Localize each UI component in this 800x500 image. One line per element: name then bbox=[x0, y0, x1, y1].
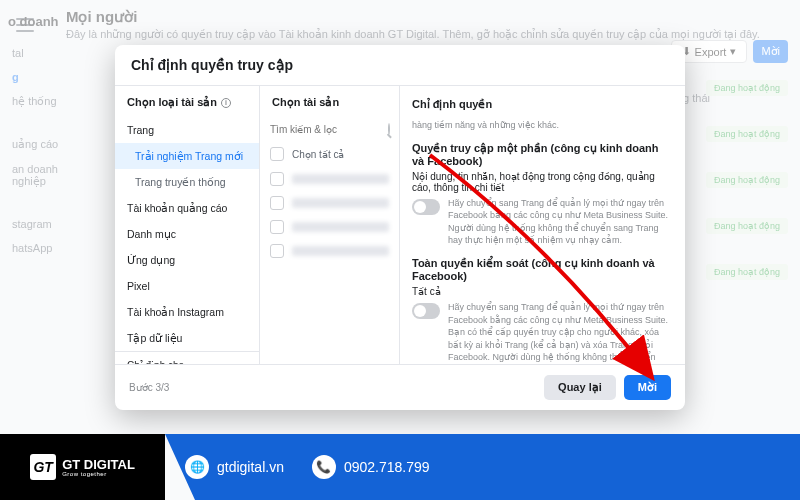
asset-type-item[interactable]: Tài khoản quảng cáo bbox=[115, 195, 259, 221]
phone-contact[interactable]: 📞 0902.718.799 bbox=[312, 455, 430, 479]
checkbox[interactable] bbox=[270, 147, 284, 161]
phone-icon: 📞 bbox=[312, 455, 336, 479]
globe-icon: 🌐 bbox=[185, 455, 209, 479]
asset-type-column: Chọn loại tài sảni Trang Trải nghiệm Tra… bbox=[115, 86, 260, 364]
toggle-switch[interactable] bbox=[412, 199, 440, 215]
asset-item bbox=[260, 167, 399, 191]
logo: GT GT DIGITAL Grow together bbox=[30, 454, 135, 480]
column-header: Chỉ định quyền bbox=[412, 94, 673, 119]
section-description: Hãy chuyển sang Trang để quản lý mọi thứ… bbox=[448, 301, 673, 364]
logo-tagline: Grow together bbox=[62, 471, 135, 477]
search-input[interactable] bbox=[270, 124, 382, 135]
select-all-row[interactable]: Chọn tất cả bbox=[260, 141, 399, 167]
modal-footer: Bước 3/3 Quay lại Mời bbox=[115, 364, 685, 410]
modal-header: Chỉ định quyền truy cập bbox=[115, 45, 685, 86]
permission-desc: hàng tiềm năng và những việc khác. bbox=[412, 119, 673, 132]
asset-item bbox=[260, 215, 399, 239]
brand-footer: GT GT DIGITAL Grow together 🌐 gtdigital.… bbox=[0, 434, 800, 500]
info-icon[interactable]: i bbox=[221, 98, 231, 108]
logo-text: GT DIGITAL bbox=[62, 458, 135, 471]
search-icon[interactable] bbox=[388, 123, 390, 135]
section-subtitle: Tất cả bbox=[412, 286, 673, 297]
partial-access-section: Quyền truy cập một phần (công cụ kinh do… bbox=[412, 142, 673, 247]
permissions-column: Chỉ định quyền hàng tiềm năng và những v… bbox=[400, 86, 685, 364]
asset-type-item[interactable]: Tài khoản Instagram bbox=[115, 299, 259, 325]
section-description: Hãy chuyển sang Trang để quản lý mọi thứ… bbox=[448, 197, 673, 247]
back-button[interactable]: Quay lại bbox=[544, 375, 616, 400]
asset-type-item[interactable]: Ứng dụng bbox=[115, 247, 259, 273]
website-contact[interactable]: 🌐 gtdigital.vn bbox=[185, 455, 284, 479]
modal-title: Chỉ định quyền truy cập bbox=[131, 57, 669, 73]
asset-item bbox=[260, 239, 399, 263]
assign-access-modal: Chỉ định quyền truy cập Chọn loại tài sả… bbox=[115, 45, 685, 410]
asset-type-item[interactable]: Trang bbox=[115, 117, 259, 143]
asset-item bbox=[260, 191, 399, 215]
column-header: Chọn tài sản bbox=[260, 86, 399, 117]
asset-type-item[interactable]: Trang truyền thống bbox=[115, 169, 259, 195]
section-subtitle: Nội dung, tin nhắn, hoạt động trong cộng… bbox=[412, 171, 673, 193]
asset-select-column: Chọn tài sản Chọn tất cả bbox=[260, 86, 400, 364]
asset-type-item[interactable]: Trải nghiệm Trang mới bbox=[115, 143, 259, 169]
select-all-label: Chọn tất cả bbox=[292, 149, 344, 160]
logo-icon: GT bbox=[30, 454, 56, 480]
search-row bbox=[260, 117, 399, 141]
section-title: Quyền truy cập một phần (công cụ kinh do… bbox=[412, 142, 673, 167]
asset-type-item[interactable]: Pixel bbox=[115, 273, 259, 299]
assign-to-box: Chỉ định cho @gmail.com Toàn quyền kiểm … bbox=[115, 351, 259, 364]
toggle-switch[interactable] bbox=[412, 303, 440, 319]
column-header: Chọn loại tài sảni bbox=[115, 86, 259, 117]
section-title: Toàn quyền kiểm soát (công cụ kinh doanh… bbox=[412, 257, 673, 282]
asset-type-item[interactable]: Danh mục bbox=[115, 221, 259, 247]
full-control-section: Toàn quyền kiểm soát (công cụ kinh doanh… bbox=[412, 257, 673, 364]
asset-type-item[interactable]: Tập dữ liệu bbox=[115, 325, 259, 351]
step-indicator: Bước 3/3 bbox=[129, 382, 169, 393]
invite-button[interactable]: Mời bbox=[624, 375, 671, 400]
